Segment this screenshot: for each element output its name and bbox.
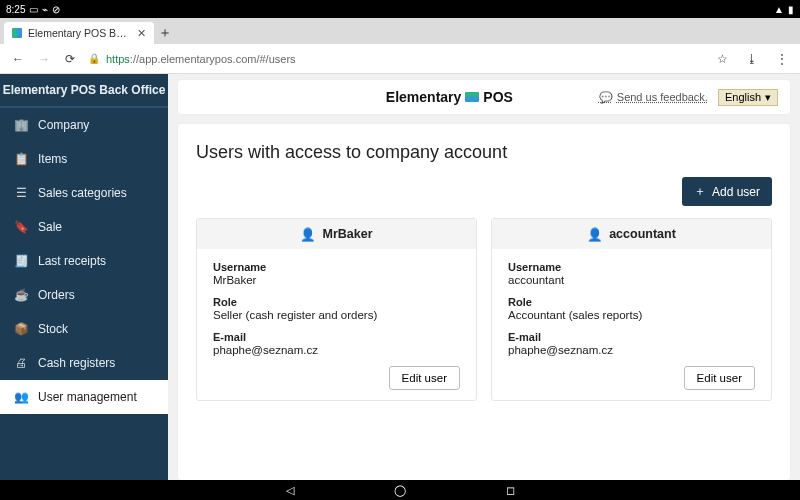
sidebar-item-label: Sale	[38, 220, 62, 234]
lock-icon: 🔒	[88, 53, 100, 64]
edit-user-button[interactable]: Edit user	[389, 366, 460, 390]
tag-icon: 🔖	[14, 220, 28, 234]
status-icon-block: ⊘	[52, 4, 60, 15]
sidebar-item-label: Stock	[38, 322, 68, 336]
url-proto: https	[106, 53, 130, 65]
user-card: 👤 accountant Username accountant Role Ac…	[491, 218, 772, 401]
brand-logo: Elementary POS	[310, 89, 589, 105]
content-panel: Users with access to company account ＋ A…	[178, 124, 790, 480]
sidebar: Elementary POS Back Office 🏢 Company 📋 I…	[0, 74, 168, 480]
label-role: Role	[508, 296, 755, 308]
sidebar-item-label: Orders	[38, 288, 75, 302]
add-user-label: Add user	[712, 185, 760, 199]
cash-register-icon: 🖨	[14, 356, 28, 370]
send-feedback-link[interactable]: 💬 Send us feedback.	[599, 91, 708, 104]
sidebar-item-user-management[interactable]: 👥 User management	[0, 380, 168, 414]
label-email: E-mail	[508, 331, 755, 343]
user-display-name: MrBaker	[322, 227, 372, 241]
value-username: accountant	[508, 274, 755, 286]
sidebar-item-label: Cash registers	[38, 356, 115, 370]
language-label: English	[725, 91, 761, 103]
download-button[interactable]: ⭳	[744, 52, 760, 66]
tab-title: Elementary POS Back office	[28, 27, 131, 39]
feedback-label: Send us feedback.	[617, 91, 708, 103]
value-username: MrBaker	[213, 274, 460, 286]
forward-button[interactable]: →	[36, 52, 52, 66]
back-button[interactable]: ←	[10, 52, 26, 66]
nav-back-icon[interactable]: ◁	[286, 484, 294, 497]
browser-toolbar: ← → ⟳ 🔒 https://app.elementarypos.com/#/…	[0, 44, 800, 74]
status-icon-card: ▭	[29, 4, 38, 15]
menu-button[interactable]: ⋮	[774, 52, 790, 66]
sidebar-item-sales-categories[interactable]: ☰ Sales categories	[0, 176, 168, 210]
value-email: phaphe@seznam.cz	[213, 344, 460, 356]
app-viewport: Elementary POS Back Office 🏢 Company 📋 I…	[0, 74, 800, 480]
sidebar-item-stock[interactable]: 📦 Stock	[0, 312, 168, 346]
sidebar-item-orders[interactable]: ☕ Orders	[0, 278, 168, 312]
edit-user-button[interactable]: Edit user	[684, 366, 755, 390]
users-icon: 👥	[14, 390, 28, 404]
battery-icon: ▮	[788, 4, 794, 15]
user-card: 👤 MrBaker Username MrBaker Role Seller (…	[196, 218, 477, 401]
sidebar-item-cash-registers[interactable]: 🖨 Cash registers	[0, 346, 168, 380]
bookmark-button[interactable]: ☆	[714, 52, 730, 66]
android-status-bar: 8:25 ▭ ⌁ ⊘ ▲ ▮	[0, 0, 800, 18]
sidebar-item-company[interactable]: 🏢 Company	[0, 108, 168, 142]
status-icon-debug: ⌁	[42, 4, 48, 15]
tab-close-icon[interactable]: ✕	[137, 27, 146, 40]
receipt-icon: 🧾	[14, 254, 28, 268]
person-icon: 👤	[587, 227, 603, 242]
app-topbar: Elementary POS 💬 Send us feedback. Engli…	[178, 80, 790, 114]
chevron-down-icon: ▾	[765, 91, 771, 104]
user-card-header: 👤 MrBaker	[197, 219, 476, 249]
plus-icon: ＋	[694, 183, 706, 200]
nav-recent-icon[interactable]: ◻	[506, 484, 515, 497]
box-icon: 📦	[14, 322, 28, 336]
value-email: phaphe@seznam.cz	[508, 344, 755, 356]
brand-text-b: POS	[483, 89, 513, 105]
url-rest: ://app.elementarypos.com/#/users	[130, 53, 296, 65]
new-tab-button[interactable]: ＋	[154, 22, 176, 44]
sidebar-item-label: Company	[38, 118, 89, 132]
sidebar-item-last-receipts[interactable]: 🧾 Last receipts	[0, 244, 168, 278]
add-user-button[interactable]: ＋ Add user	[682, 177, 772, 206]
sidebar-item-label: User management	[38, 390, 137, 404]
label-email: E-mail	[213, 331, 460, 343]
person-icon: 👤	[300, 227, 316, 242]
url-bar[interactable]: 🔒 https://app.elementarypos.com/#/users	[88, 53, 704, 65]
cup-icon: ☕	[14, 288, 28, 302]
building-icon: 🏢	[14, 118, 28, 132]
user-cards: 👤 MrBaker Username MrBaker Role Seller (…	[196, 218, 772, 401]
reload-button[interactable]: ⟳	[62, 52, 78, 66]
language-selector[interactable]: English ▾	[718, 89, 778, 106]
brand-bars-icon	[465, 92, 479, 102]
brand-text-a: Elementary	[386, 89, 461, 105]
tab-favicon	[12, 28, 22, 38]
browser-tabstrip: Elementary POS Back office ✕ ＋	[0, 18, 800, 44]
label-username: Username	[508, 261, 755, 273]
browser-tab[interactable]: Elementary POS Back office ✕	[4, 22, 154, 44]
chat-icon: 💬	[599, 91, 613, 104]
sidebar-item-label: Last receipts	[38, 254, 106, 268]
sidebar-item-label: Items	[38, 152, 67, 166]
nav-home-icon[interactable]: ◯	[394, 484, 406, 497]
layers-icon: ☰	[14, 186, 28, 200]
user-card-header: 👤 accountant	[492, 219, 771, 249]
sidebar-item-items[interactable]: 📋 Items	[0, 142, 168, 176]
android-nav-bar: ◁ ◯ ◻	[0, 480, 800, 500]
label-role: Role	[213, 296, 460, 308]
label-username: Username	[213, 261, 460, 273]
value-role: Seller (cash register and orders)	[213, 309, 460, 321]
wifi-icon: ▲	[774, 4, 784, 15]
clipboard-icon: 📋	[14, 152, 28, 166]
value-role: Accountant (sales reports)	[508, 309, 755, 321]
status-time: 8:25	[6, 4, 25, 15]
page-title: Users with access to company account	[196, 142, 772, 163]
sidebar-item-sale[interactable]: 🔖 Sale	[0, 210, 168, 244]
sidebar-header: Elementary POS Back Office	[0, 74, 168, 108]
sidebar-item-label: Sales categories	[38, 186, 127, 200]
user-display-name: accountant	[609, 227, 676, 241]
main-area: Elementary POS 💬 Send us feedback. Engli…	[168, 74, 800, 480]
